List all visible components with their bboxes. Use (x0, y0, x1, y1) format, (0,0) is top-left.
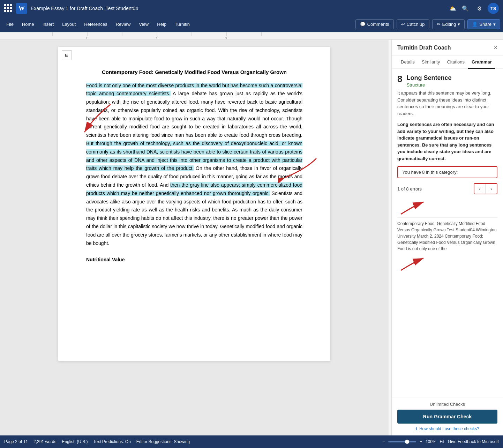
statusbar-right: − + 100% Fit Give Feedback to Microsoft (382, 439, 499, 444)
run-grammar-check-button[interactable]: Run Grammar Check (397, 410, 497, 424)
ribbon: File Home Insert Layout References Revie… (0, 17, 503, 32)
error-prev-button[interactable]: ‹ (474, 184, 486, 194)
sidebar-footer: Unlimited Checks Run Grammar Check ℹ How… (392, 397, 503, 435)
menu-review[interactable]: Review (112, 20, 134, 29)
word-count: 2,291 words (33, 439, 56, 444)
topbar-actions: 🔍 ⚙ TS (460, 3, 499, 14)
ribbon-right: 💬 Comments ↩ Catch up ✏ Editing ▾ 👤 Shar… (355, 19, 500, 29)
language: English (U.S.) (62, 439, 88, 444)
zoom-in-button[interactable]: + (420, 439, 422, 444)
highlighted-text-2: But through the growth of technology, su… (86, 141, 302, 171)
page-info: Page 2 of 11 (4, 439, 28, 444)
error-preview-text: Contemporary Food: Genetically Modified … (397, 217, 497, 255)
menu-file[interactable]: File (3, 20, 17, 29)
zoom-level: 100% (426, 439, 436, 444)
how-link-label: How should I use these checks? (419, 426, 479, 431)
highlighted-text-3: then the gray line also appears; simply … (86, 182, 302, 196)
svg-text:1: 1 (86, 37, 88, 40)
share-label: Share (479, 22, 491, 27)
menu-insert[interactable]: Insert (39, 20, 58, 29)
error-nav-label: 1 of 8 errors (397, 186, 422, 192)
editing-icon: ✏ (437, 22, 441, 27)
issue-name: Long Sentence (406, 74, 497, 82)
document-page: ⊟ Contemporary Food: Genetically Modifie… (58, 47, 330, 361)
tab-citations[interactable]: Citations (443, 56, 468, 69)
error-nav-buttons: ‹ › (474, 183, 497, 194)
settings-button[interactable]: ⚙ (474, 3, 485, 14)
zoom-slider[interactable] (388, 441, 416, 442)
catchup-label: Catch up (407, 22, 425, 27)
nutritional-value-heading: Nutritional Value (86, 256, 302, 264)
share-icon: 👤 (472, 22, 478, 27)
info-icon: ℹ (415, 426, 417, 431)
issue-number: 8 (397, 74, 402, 83)
menu-view[interactable]: View (135, 20, 152, 29)
document-area[interactable]: ⊟ Contemporary Food: Genetically Modifie… (0, 40, 389, 435)
share-button[interactable]: 👤 Share ▾ (467, 19, 500, 29)
issue-description-1: It appears that this sentence may be ver… (397, 90, 497, 117)
status-bar: Page 2 of 11 2,291 words English (U.S.) … (0, 435, 503, 448)
sidebar: Turnitin Draft Coach × Details Similarit… (391, 40, 503, 435)
document-title: Contemporary Food: Genetically Modified … (86, 68, 302, 77)
arrow-to-nav (397, 199, 429, 216)
text-predictions: Text Predictions: On (93, 439, 130, 444)
top-bar: W Example Essay 1 for Draft Coach_Test S… (0, 0, 503, 17)
fit-button[interactable]: Fit (440, 439, 444, 444)
page-collapse-button[interactable]: ⊟ (62, 50, 72, 60)
category-count-box: You have 8 in this category: (397, 166, 497, 178)
menu-home[interactable]: Home (18, 20, 38, 29)
sidebar-title: Turnitin Draft Coach (397, 45, 451, 51)
sidebar-content[interactable]: 8 Long Sentence Structure It appears tha… (392, 69, 503, 397)
document-paragraph1: Food is not only one of the most diverse… (86, 82, 302, 248)
cloud-save-icon: ⛅ (449, 5, 456, 12)
arrow-to-preview (397, 255, 429, 272)
editing-chevron-icon: ▾ (458, 22, 460, 27)
zoom-out-button[interactable]: − (382, 439, 385, 444)
share-chevron-icon: ▾ (493, 22, 496, 27)
error-next-button[interactable]: › (486, 184, 497, 194)
ruler: 1 2 3 (0, 32, 503, 40)
sidebar-close-button[interactable]: × (494, 44, 497, 51)
issue-header: 8 Long Sentence Structure (397, 74, 497, 88)
editor-suggestions: Editor Suggestions: Showing (136, 439, 190, 444)
comments-icon: 💬 (360, 22, 366, 27)
catchup-button[interactable]: ↩ Catch up (397, 19, 429, 29)
tab-similarity[interactable]: Similarity (418, 56, 444, 69)
tab-details[interactable]: Details (397, 56, 418, 69)
sidebar-header: Turnitin Draft Coach × (392, 40, 503, 56)
issue-category: Structure (406, 82, 497, 88)
svg-text:2: 2 (156, 37, 157, 40)
editing-button[interactable]: ✏ Editing ▾ (432, 19, 465, 29)
error-navigation: 1 of 8 errors ‹ › (397, 183, 497, 194)
tab-grammar[interactable]: Grammar (468, 56, 495, 69)
feedback-link[interactable]: Give Feedback to Microsoft (448, 439, 499, 444)
unlimited-checks-label: Unlimited Checks (397, 402, 497, 407)
apps-grid-icon[interactable] (4, 4, 13, 13)
zoom-thumb (405, 440, 409, 444)
how-to-use-link[interactable]: ℹ How should I use these checks? (397, 426, 497, 431)
issue-description-2: Long sentences are often necessary and c… (397, 121, 497, 162)
highlighted-text-1: Food is not only one of the most diverse… (86, 83, 302, 97)
catchup-icon: ↩ (401, 22, 405, 27)
avatar[interactable]: TS (488, 3, 499, 14)
sidebar-scrollbar[interactable] (389, 40, 391, 435)
menu-turnitin[interactable]: Turnitin (171, 20, 193, 29)
editing-label: Editing (442, 22, 456, 27)
word-icon: W (16, 3, 27, 14)
comments-button[interactable]: 💬 Comments (355, 19, 394, 29)
search-button[interactable]: 🔍 (460, 3, 471, 14)
sidebar-tabs: Details Similarity Citations Grammar (392, 56, 503, 69)
issue-title-block: Long Sentence Structure (406, 74, 497, 88)
app-title: Example Essay 1 for Draft Coach_Test Stu… (31, 6, 446, 11)
svg-text:3: 3 (225, 37, 227, 40)
menu-help[interactable]: Help (153, 20, 170, 29)
menu-layout[interactable]: Layout (59, 20, 79, 29)
comments-label: Comments (367, 22, 389, 27)
menu-references[interactable]: References (81, 20, 111, 29)
main-area: ⊟ Contemporary Food: Genetically Modifie… (0, 40, 503, 435)
